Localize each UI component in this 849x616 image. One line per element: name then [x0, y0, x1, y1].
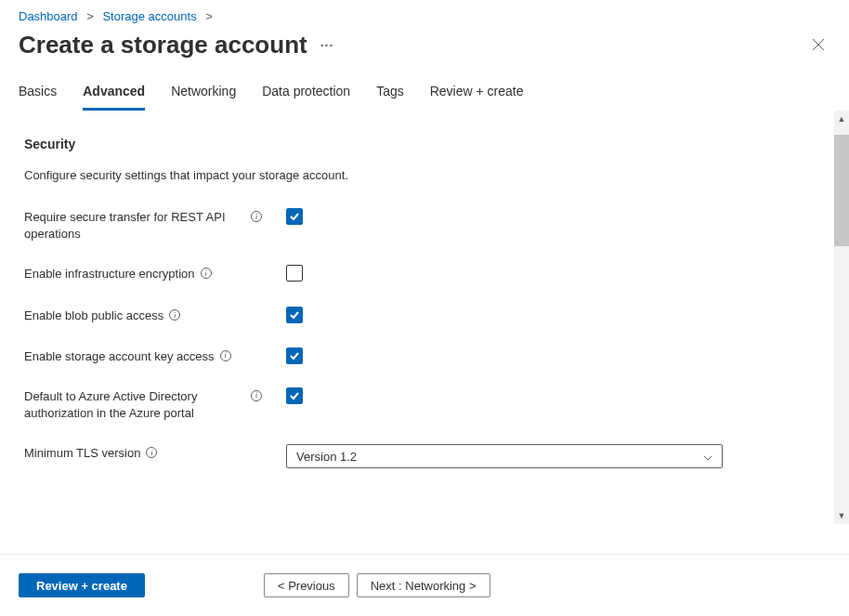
field-tls-version: Minimum TLS version i Version 1.2: [24, 444, 830, 468]
field-aad-auth: Default to Azure Active Directory author…: [24, 387, 830, 422]
checkmark-icon: [289, 350, 300, 361]
content-wrapper: Security Configure security settings tha…: [0, 111, 849, 524]
select-value: Version 1.2: [296, 450, 357, 464]
checkbox-blob-public[interactable]: [286, 307, 303, 323]
breadcrumb-dashboard[interactable]: Dashboard: [19, 9, 78, 23]
field-secure-transfer: Require secure transfer for REST API ope…: [24, 208, 830, 242]
info-icon[interactable]: i: [251, 211, 262, 222]
tabs: Basics Advanced Networking Data protecti…: [0, 78, 849, 111]
info-icon[interactable]: i: [220, 350, 231, 361]
content: Security Configure security settings tha…: [0, 111, 849, 524]
scrollbar-track[interactable]: ▲ ▼: [834, 111, 849, 524]
checkbox-key-access[interactable]: [286, 347, 303, 364]
breadcrumb-separator: >: [205, 9, 213, 23]
close-button[interactable]: [806, 32, 830, 59]
next-button[interactable]: Next : Networking >: [357, 573, 490, 597]
tab-tags[interactable]: Tags: [376, 78, 404, 111]
checkbox-secure-transfer[interactable]: [286, 208, 303, 225]
field-infra-encryption: Enable infrastructure encryption i: [24, 265, 830, 284]
page-title: Create a storage account ···: [19, 31, 333, 59]
tab-advanced[interactable]: Advanced: [83, 78, 145, 111]
more-icon[interactable]: ···: [320, 38, 334, 53]
label-blob-public: Enable blob public access i: [24, 307, 262, 324]
scroll-arrow-down-icon[interactable]: ▼: [837, 511, 846, 520]
scrollbar-thumb[interactable]: [834, 135, 849, 246]
info-icon[interactable]: i: [169, 309, 180, 321]
label-text: Enable blob public access: [24, 308, 163, 324]
section-title-security: Security: [24, 137, 830, 151]
field-key-access: Enable storage account key access i: [24, 347, 830, 365]
info-icon[interactable]: i: [146, 447, 157, 458]
checkbox-infra-encryption[interactable]: [286, 265, 303, 282]
checkmark-icon: [289, 390, 300, 401]
tab-review-create[interactable]: Review + create: [430, 78, 524, 111]
label-aad-auth: Default to Azure Active Directory author…: [24, 387, 262, 422]
breadcrumb-separator: >: [86, 9, 94, 23]
label-tls-version: Minimum TLS version i: [24, 444, 262, 462]
select-tls-version[interactable]: Version 1.2: [286, 444, 723, 468]
label-infra-encryption: Enable infrastructure encryption i: [24, 265, 262, 282]
breadcrumb-storage-accounts[interactable]: Storage accounts: [102, 9, 196, 23]
checkbox-aad-auth[interactable]: [286, 387, 303, 404]
checkmark-icon: [289, 309, 300, 321]
label-text: Enable storage account key access: [24, 348, 215, 365]
label-text: Default to Azure Active Directory author…: [24, 388, 245, 422]
page-header: Create a storage account ···: [0, 27, 849, 78]
label-key-access: Enable storage account key access i: [24, 347, 262, 365]
previous-button[interactable]: < Previous: [264, 573, 349, 597]
field-blob-public: Enable blob public access i: [24, 307, 830, 324]
page-title-text: Create a storage account: [19, 31, 307, 59]
tab-basics[interactable]: Basics: [19, 78, 57, 111]
label-text: Require secure transfer for REST API ope…: [24, 209, 245, 242]
chevron-down-icon: [703, 450, 712, 464]
info-icon[interactable]: i: [201, 268, 212, 279]
review-create-button[interactable]: Review + create: [19, 573, 145, 597]
checkmark-icon: [289, 211, 300, 222]
tab-data-protection[interactable]: Data protection: [262, 78, 350, 111]
scroll-arrow-up-icon[interactable]: ▲: [837, 114, 846, 124]
label-secure-transfer: Require secure transfer for REST API ope…: [24, 208, 262, 242]
label-text: Enable infrastructure encryption: [24, 266, 195, 282]
tab-networking[interactable]: Networking: [171, 78, 236, 111]
info-icon[interactable]: i: [251, 390, 262, 401]
section-description: Configure security settings that impact …: [24, 168, 830, 182]
breadcrumb: Dashboard > Storage accounts >: [0, 0, 849, 27]
footer: Review + create < Previous Next : Networ…: [0, 554, 849, 616]
label-text: Minimum TLS version: [24, 445, 140, 462]
close-icon: [812, 38, 825, 51]
